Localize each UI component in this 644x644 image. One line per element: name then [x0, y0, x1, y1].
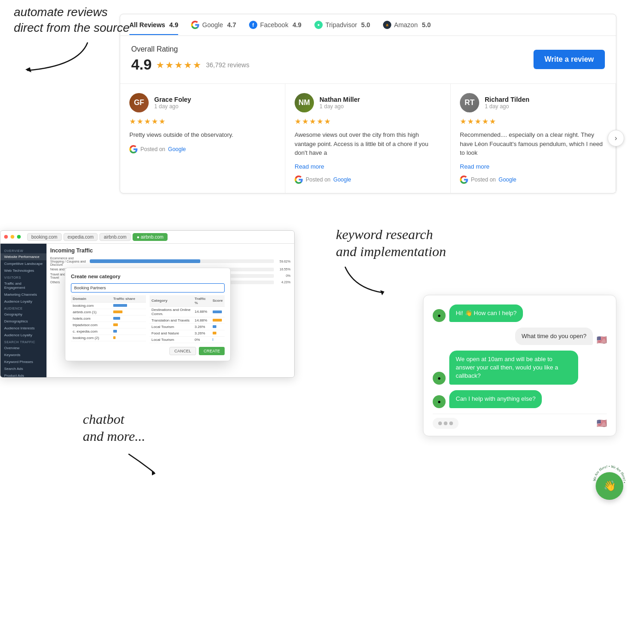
- star-5: ★: [193, 59, 201, 70]
- posted-on-platform-0[interactable]: Google: [168, 146, 186, 152]
- read-more-2[interactable]: Read more: [460, 163, 606, 170]
- sidebar-item-keyword-phrases[interactable]: Keyword Phrases: [0, 358, 46, 365]
- reviewer-time-0: 1 day ago: [154, 103, 191, 110]
- modal-left: DomainTraffic share booking.com airbnb.c…: [71, 295, 146, 343]
- tab-all-reviews[interactable]: All Reviews 4.9: [129, 21, 178, 35]
- review-card-0: GF Grace Foley 1 day ago ★ ★ ★ ★ ★ Prett…: [120, 84, 285, 193]
- tab-facebook[interactable]: f Facebook 4.9: [249, 21, 302, 35]
- sidebar-item-search-overview[interactable]: Overview: [0, 345, 46, 351]
- browser-tab-booking[interactable]: booking.com: [27, 233, 62, 241]
- top-annotation: automate reviews direct from the source: [14, 5, 133, 75]
- chat-bubble-bot-2: Can I help with anything else?: [449, 390, 542, 408]
- modal-right: CategoryTraffic %Score Destinations and …: [150, 295, 225, 343]
- sidebar-group-visitors: VISITORS: [0, 274, 46, 280]
- sidebar-item-traffic[interactable]: Traffic and Engagement: [0, 280, 46, 291]
- sidebar-item-website[interactable]: Website Performance: [0, 253, 46, 260]
- modal-title: Create new category: [71, 274, 225, 279]
- card-stars-1: ★ ★ ★ ★ ★: [295, 117, 441, 126]
- sidebar-item-audience[interactable]: Audience Loyalty: [0, 298, 46, 305]
- posted-on-label-1: Posted on: [306, 176, 331, 183]
- reviewer-info-2: Richard Tilden 1 day ago: [485, 96, 529, 110]
- tab-all-reviews-score: 4.9: [169, 21, 178, 29]
- sidebar-item-competitive[interactable]: Competitive Landscape: [0, 260, 46, 267]
- we-are-here-area: We Are Here! • We Are Here! • 👋: [589, 461, 630, 502]
- reviewer-name-2: Richard Tilden: [485, 96, 529, 103]
- tab-tripadvisor[interactable]: ● Tripadvisor 5.0: [314, 21, 370, 35]
- chat-avatar-bot-2: ●: [433, 395, 446, 408]
- traffic-pct-1: 16.55%: [277, 268, 290, 271]
- keyword-arrow: [336, 260, 391, 297]
- card-stars-0: ★ ★ ★ ★ ★: [129, 117, 276, 126]
- tab-google[interactable]: Google 4.7: [191, 21, 236, 35]
- modal-input[interactable]: [71, 283, 225, 293]
- modal-table-right: CategoryTraffic %Score Destinations and …: [150, 295, 225, 343]
- reviewer-info-1: Nathan Miller 1 day ago: [319, 96, 360, 110]
- browser-tab-airbnb[interactable]: airbnb.com: [99, 233, 130, 241]
- chatbot-annotation-text: chatbotand more...: [83, 411, 145, 444]
- sidebar-item-web-tech[interactable]: Web Technologies: [0, 267, 46, 274]
- modal-content: DomainTraffic share booking.com airbnb.c…: [71, 295, 225, 343]
- sidebar-item-keywords[interactable]: Keywords: [0, 351, 46, 358]
- typing-dot-3: [449, 422, 453, 425]
- google-icon: [191, 21, 199, 29]
- dot-green: [17, 235, 21, 239]
- carousel-next-button[interactable]: ›: [608, 130, 624, 146]
- chatbot-arrow: [83, 445, 157, 482]
- browser-tab-expedia[interactable]: expedia.com: [64, 233, 98, 241]
- tab-amazon[interactable]: a Amazon 5.0: [383, 21, 431, 35]
- review-card-2: RT Richard Tilden 1 day ago ★ ★ ★ ★ ★ Re…: [451, 84, 616, 193]
- we-are-here-circle[interactable]: 👋: [596, 472, 623, 500]
- annotation-text: automate reviews direct from the source: [14, 5, 129, 35]
- reviewer-header-2: RT Richard Tilden 1 day ago: [460, 93, 606, 112]
- user-flag: 🇺🇸: [597, 335, 607, 345]
- traffic-bar-bg-0: [90, 259, 274, 263]
- tripadvisor-icon: ●: [314, 21, 323, 29]
- modal-cancel-button[interactable]: CANCEL: [169, 347, 197, 355]
- chat-message-2: ● We open at 10am and will be able to an…: [433, 351, 607, 385]
- sidebar-item-geography[interactable]: Geography: [0, 311, 46, 318]
- sidebar-item-audience-loyalty[interactable]: Audience Loyalty: [0, 332, 46, 339]
- star-3: ★: [174, 59, 183, 70]
- browser-tab-active[interactable]: ● airbnb.com: [133, 233, 168, 241]
- dot-yellow: [11, 235, 14, 239]
- posted-on-platform-2[interactable]: Google: [499, 176, 516, 183]
- modal-create-button[interactable]: CREATE: [199, 347, 225, 355]
- tab-facebook-score: 4.9: [292, 21, 301, 29]
- chat-bubble-user-0: What time do you open?: [515, 328, 593, 345]
- sidebar-item-product-ads[interactable]: Product Ads: [0, 372, 46, 378]
- overall-score: 4.9: [131, 56, 151, 73]
- reviewer-time-1: 1 day ago: [319, 103, 360, 110]
- sidebar-item-marketing[interactable]: Marketing Channels: [0, 291, 46, 298]
- review-card-1: NM Nathan Miller 1 day ago ★ ★ ★ ★ ★ Awe…: [285, 84, 451, 193]
- facebook-icon: f: [249, 21, 257, 29]
- modal-table-left: DomainTraffic share booking.com airbnb.c…: [71, 295, 146, 341]
- sidebar-item-audience-interests[interactable]: Audience Interests: [0, 325, 46, 332]
- sidebar-item-demographics[interactable]: Demographics: [0, 318, 46, 325]
- typing-dot-1: [438, 422, 442, 425]
- traffic-bar-0: [90, 259, 200, 263]
- tab-tripadvisor-label: Tripadvisor: [325, 21, 357, 29]
- traffic-label-0: Ecommerce and Shopping / Coupons and Dis…: [50, 257, 87, 266]
- card-stars-2: ★ ★ ★ ★ ★: [460, 117, 606, 126]
- posted-on-platform-1[interactable]: Google: [333, 176, 351, 183]
- posted-on-2: Posted on Google: [460, 176, 606, 184]
- sidebar-item-search-ads[interactable]: Search Ads: [0, 365, 46, 372]
- reviewer-avatar-0: GF: [129, 93, 149, 112]
- top-section: automate reviews direct from the source …: [0, 0, 644, 212]
- read-more-1[interactable]: Read more: [295, 163, 441, 170]
- google-logo-2: [460, 176, 468, 184]
- reviewer-header-0: GF Grace Foley 1 day ago: [129, 93, 276, 112]
- tab-google-score: 4.7: [227, 21, 236, 29]
- chat-message-0: ● Hi! 👋 How can I help?: [433, 304, 607, 322]
- tab-bar: All Reviews 4.9 Google 4.7 f Facebook 4.…: [120, 14, 616, 36]
- tab-amazon-label: Amazon: [394, 21, 418, 29]
- overall-rating-row: Overall Rating 4.9 ★ ★ ★ ★ ★ 36,792 revi…: [120, 36, 616, 83]
- reviewer-info-0: Grace Foley 1 day ago: [154, 96, 191, 110]
- posted-on-label-2: Posted on: [471, 176, 496, 183]
- reviewer-avatar-1: NM: [295, 93, 314, 112]
- typing-dots: [433, 418, 458, 429]
- write-review-button[interactable]: Write a review: [534, 50, 605, 69]
- overall-score-row: 4.9 ★ ★ ★ ★ ★ 36,792 reviews: [131, 56, 249, 73]
- modal-btn-row: CANCEL CREATE: [71, 347, 225, 355]
- annotation-arrow: [14, 38, 97, 75]
